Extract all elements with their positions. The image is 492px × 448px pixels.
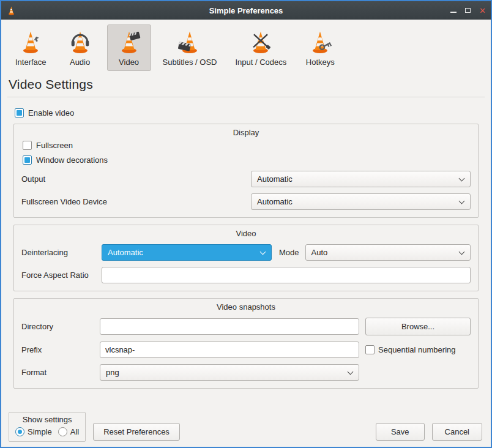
deinterlacing-row: Deinterlacing Automatic Mode Auto bbox=[21, 244, 471, 261]
checkbox-icon bbox=[23, 155, 32, 165]
tab-label: Video bbox=[119, 58, 139, 67]
footer: Show settings Simple All Reset Preferenc… bbox=[1, 412, 491, 447]
force-aspect-ratio-label: Force Aspect Ratio bbox=[21, 271, 102, 280]
window-decorations-checkbox[interactable]: Window decorations bbox=[23, 155, 471, 165]
display-group: Display Fullscreen Window decorations Ou… bbox=[13, 124, 479, 218]
enable-video-checkbox[interactable]: Enable video bbox=[15, 108, 479, 118]
directory-row: Directory Browse... bbox=[21, 318, 471, 335]
audio-icon bbox=[67, 29, 94, 56]
subtitles-osd-icon bbox=[176, 29, 203, 56]
content: Enable video Display Fullscreen Window d… bbox=[1, 97, 491, 395]
maximize-button[interactable] bbox=[465, 8, 471, 13]
tab-audio[interactable]: Audio bbox=[58, 24, 102, 71]
sequential-numbering-checkbox[interactable]: Sequential numbering bbox=[365, 345, 471, 354]
fullscreen-device-row: Fullscreen Video Device Automatic bbox=[21, 193, 471, 210]
chevron-down-icon bbox=[459, 198, 465, 204]
interface-icon bbox=[17, 29, 44, 56]
mode-label: Mode bbox=[279, 248, 299, 257]
preferences-window: Simple Preferences ✕ Interface bbox=[0, 0, 492, 448]
category-toolbar: Interface Audio bbox=[1, 20, 491, 73]
fullscreen-checkbox[interactable]: Fullscreen bbox=[23, 141, 471, 150]
directory-input[interactable] bbox=[100, 318, 359, 335]
radio-icon bbox=[58, 427, 67, 436]
tab-input-codecs[interactable]: Input / Codecs bbox=[228, 24, 293, 71]
directory-label: Directory bbox=[21, 322, 94, 331]
tab-label: Audio bbox=[70, 58, 90, 67]
window-controls: ✕ bbox=[450, 7, 486, 15]
video-group-title: Video bbox=[21, 229, 471, 238]
save-button[interactable]: Save bbox=[376, 423, 425, 441]
fullscreen-device-label: Fullscreen Video Device bbox=[21, 197, 251, 206]
mode-select[interactable]: Auto bbox=[305, 244, 471, 261]
chevron-down-icon bbox=[260, 248, 266, 255]
output-value: Automatic bbox=[257, 174, 293, 184]
browse-button[interactable]: Browse... bbox=[365, 318, 471, 335]
input-codecs-icon bbox=[247, 29, 274, 56]
video-snapshots-title: Video snapshots bbox=[21, 302, 471, 312]
enable-video-label: Enable video bbox=[28, 108, 74, 118]
display-group-title: Display bbox=[21, 128, 471, 137]
chevron-down-icon bbox=[459, 175, 465, 181]
show-settings-group: Show settings Simple All bbox=[9, 412, 86, 442]
radio-all[interactable]: All bbox=[58, 427, 79, 436]
format-label: Format bbox=[21, 368, 94, 377]
force-aspect-ratio-row: Force Aspect Ratio bbox=[21, 267, 471, 283]
format-value: png bbox=[106, 368, 119, 377]
radio-all-label: All bbox=[70, 427, 79, 436]
video-icon bbox=[116, 29, 143, 56]
page-title: Video Settings bbox=[9, 77, 483, 92]
tab-label: Hotkeys bbox=[306, 58, 335, 67]
reset-preferences-button[interactable]: Reset Preferences bbox=[93, 423, 180, 441]
show-settings-title: Show settings bbox=[15, 415, 79, 424]
deinterlacing-select[interactable]: Automatic bbox=[102, 244, 272, 261]
show-settings-radios: Simple All bbox=[15, 427, 79, 436]
radio-simple-label: Simple bbox=[28, 427, 52, 436]
format-select[interactable]: png bbox=[100, 364, 359, 381]
output-label: Output bbox=[21, 174, 251, 184]
sequential-numbering-label: Sequential numbering bbox=[378, 345, 455, 354]
window-decorations-label: Window decorations bbox=[36, 155, 108, 165]
tab-label: Interface bbox=[15, 58, 47, 67]
minimize-button[interactable] bbox=[450, 8, 457, 13]
window-title: Simple Preferences bbox=[1, 6, 491, 15]
prefix-label: Prefix bbox=[21, 345, 94, 354]
tab-label: Subtitles / OSD bbox=[163, 58, 217, 67]
output-row: Output Automatic bbox=[21, 171, 471, 187]
titlebar[interactable]: Simple Preferences ✕ bbox=[1, 1, 491, 20]
deinterlacing-value: Automatic bbox=[108, 248, 143, 257]
checkbox-icon bbox=[365, 345, 375, 354]
force-aspect-ratio-input[interactable] bbox=[102, 267, 471, 283]
radio-simple[interactable]: Simple bbox=[15, 427, 52, 436]
prefix-row: Prefix Sequential numbering bbox=[21, 342, 471, 358]
fullscreen-device-value: Automatic bbox=[257, 197, 293, 206]
mode-value: Auto bbox=[311, 248, 328, 257]
hotkeys-icon bbox=[307, 29, 334, 56]
checkbox-icon bbox=[23, 141, 32, 150]
chevron-down-icon bbox=[348, 368, 354, 375]
chevron-down-icon bbox=[459, 248, 465, 255]
page-head: Video Settings bbox=[1, 73, 491, 92]
checkbox-icon bbox=[15, 108, 24, 118]
format-row: Format png bbox=[21, 364, 471, 381]
tab-label: Input / Codecs bbox=[235, 58, 286, 67]
output-select[interactable]: Automatic bbox=[251, 171, 471, 187]
fullscreen-label: Fullscreen bbox=[36, 141, 73, 150]
video-group: Video Deinterlacing Automatic Mode Auto … bbox=[13, 225, 479, 291]
tab-video[interactable]: Video bbox=[107, 24, 151, 71]
close-button[interactable]: ✕ bbox=[479, 7, 486, 15]
radio-icon bbox=[15, 427, 24, 436]
fullscreen-device-select[interactable]: Automatic bbox=[251, 193, 471, 210]
vlc-cone-icon bbox=[6, 5, 17, 16]
tab-interface[interactable]: Interface bbox=[9, 24, 53, 71]
video-snapshots-group: Video snapshots Directory Browse... Pref… bbox=[13, 298, 479, 389]
prefix-input[interactable] bbox=[100, 342, 359, 358]
tab-subtitles-osd[interactable]: Subtitles / OSD bbox=[156, 24, 224, 71]
cancel-button[interactable]: Cancel bbox=[432, 423, 482, 441]
deinterlacing-label: Deinterlacing bbox=[21, 248, 102, 257]
tab-hotkeys[interactable]: Hotkeys bbox=[298, 24, 342, 71]
